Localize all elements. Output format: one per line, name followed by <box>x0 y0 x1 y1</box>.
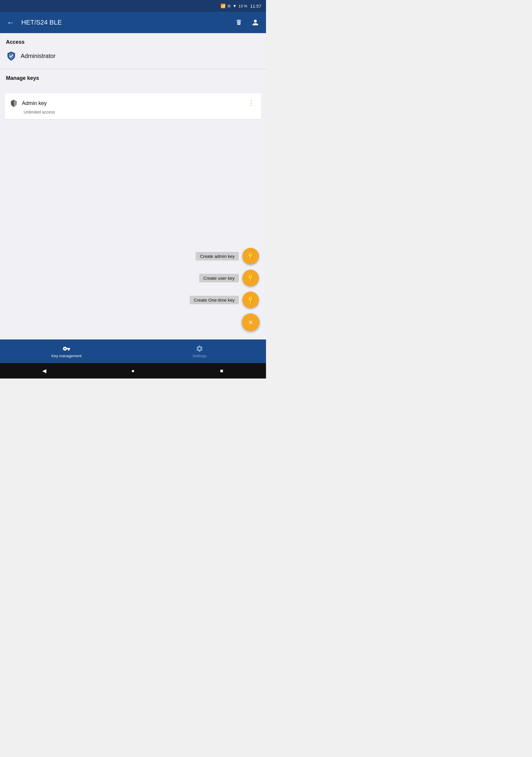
access-role-label: Administrator <box>21 53 56 59</box>
android-home-icon: ● <box>132 368 135 374</box>
admin-key-menu-button[interactable]: ⋮ <box>246 98 256 108</box>
create-user-key-label: Create user key <box>199 274 239 283</box>
android-nav-bar: ◀ ● ■ <box>0 363 266 378</box>
nav-item-settings[interactable]: Settings <box>133 345 266 358</box>
access-section: Access Administrator <box>0 33 266 69</box>
three-dots-icon: ⋮ <box>248 99 254 107</box>
close-icon: × <box>248 318 253 327</box>
android-home-button[interactable]: ● <box>124 365 142 377</box>
top-bar: ← HET/S24 BLE <box>0 12 266 33</box>
key-icon-user: 🔑 <box>246 273 256 283</box>
android-recent-icon: ■ <box>220 368 223 374</box>
profile-button[interactable] <box>250 16 261 28</box>
key-management-icon <box>63 345 70 352</box>
bluetooth-icon: 📶 <box>221 4 225 8</box>
admin-key-subtitle: Unlimited access <box>24 110 256 114</box>
key-card-left: Admin key <box>10 99 47 107</box>
key-icon-admin: 🔑 <box>246 251 256 261</box>
create-admin-key-row: Create admin key 🔑 <box>196 248 259 264</box>
access-row: Administrator <box>6 49 260 66</box>
create-onetime-key-label: Create One-time key <box>190 296 239 304</box>
nav-item-key-management[interactable]: Key management <box>0 345 133 358</box>
admin-key-card: Admin key ⋮ Unlimited access <box>5 93 261 119</box>
dnd-icon: ⊖ <box>227 4 231 8</box>
profile-icon <box>252 19 259 26</box>
fab-area: Create admin key 🔑 Create user key 🔑 Cre… <box>190 248 259 331</box>
manage-keys-section: Manage keys <box>0 69 266 88</box>
bottom-nav: Key management Settings <box>0 340 266 363</box>
android-back-icon: ◀ <box>42 368 46 374</box>
admin-shield-icon <box>6 50 16 61</box>
settings-icon <box>196 345 203 352</box>
top-bar-actions <box>233 16 261 28</box>
create-admin-key-label: Create admin key <box>196 252 239 260</box>
time-text: 11:57 <box>250 4 261 9</box>
nav-label-settings: Settings <box>193 354 207 358</box>
android-back-button[interactable]: ◀ <box>36 365 53 377</box>
key-shield-icon <box>10 99 18 107</box>
wifi-icon: ▼ <box>233 4 237 8</box>
back-button[interactable]: ← <box>5 16 16 28</box>
nav-label-key-management: Key management <box>51 354 81 358</box>
fab-close-button[interactable]: × <box>242 314 259 331</box>
page-title: HET/S24 BLE <box>21 19 228 26</box>
trash-icon <box>235 19 242 26</box>
status-bar: 📶 ⊖ ▼ 13 % 11:57 <box>0 0 266 12</box>
status-icons: 📶 ⊖ ▼ 13 % 11:57 <box>221 4 261 9</box>
create-onetime-key-row: Create One-time key 🔑 <box>190 291 259 308</box>
key-icon-onetime: 🔑 <box>246 295 256 305</box>
key-card-header: Admin key ⋮ <box>10 98 256 108</box>
admin-key-title: Admin key <box>22 100 47 106</box>
manage-keys-title: Manage keys <box>6 75 260 81</box>
create-user-key-button[interactable]: 🔑 <box>242 270 259 286</box>
create-user-key-row: Create user key 🔑 <box>199 270 259 286</box>
back-icon: ← <box>7 18 15 27</box>
fab-close-row: × <box>242 314 259 331</box>
access-title: Access <box>6 39 260 45</box>
create-onetime-key-button[interactable]: 🔑 <box>242 291 259 308</box>
android-recent-button[interactable]: ■ <box>213 365 230 377</box>
create-admin-key-button[interactable]: 🔑 <box>242 248 259 264</box>
delete-button[interactable] <box>233 16 245 28</box>
battery-text: 13 % <box>239 4 248 8</box>
